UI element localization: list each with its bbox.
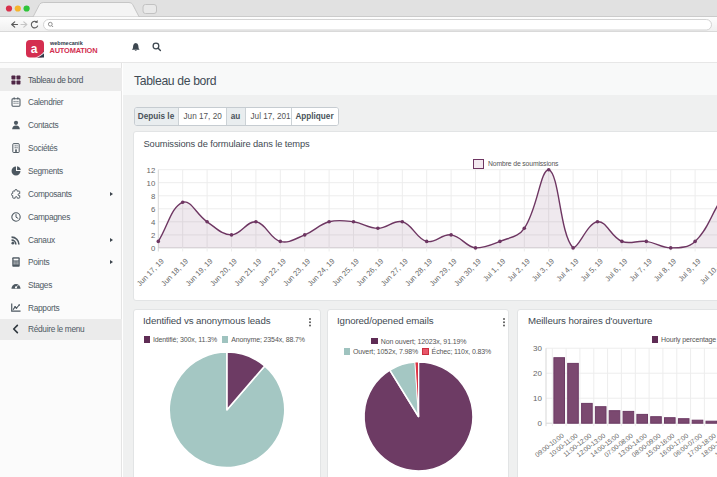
svg-text:a: a (31, 42, 38, 56)
